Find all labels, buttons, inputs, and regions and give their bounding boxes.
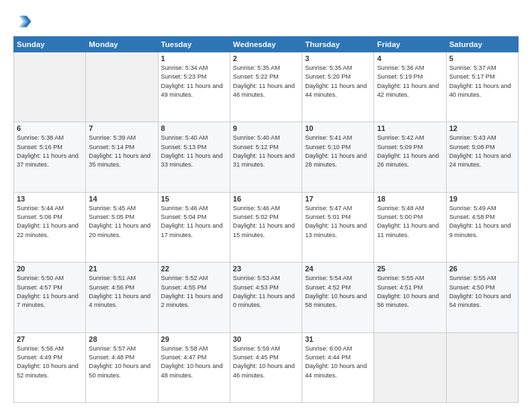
calendar-cell: 19Sunrise: 5:49 AMSunset: 4:58 PMDayligh… (446, 192, 518, 262)
day-number: 14 (89, 195, 154, 203)
weekday-header: Friday (374, 37, 446, 52)
calendar-cell (374, 332, 446, 402)
calendar-cell: 27Sunrise: 5:56 AMSunset: 4:49 PMDayligh… (14, 332, 86, 402)
day-number: 10 (305, 124, 371, 132)
cell-content: Sunrise: 5:56 AMSunset: 4:49 PMDaylight:… (17, 345, 83, 380)
weekday-header: Monday (86, 37, 158, 52)
calendar-cell: 9Sunrise: 5:40 AMSunset: 5:12 PMDaylight… (230, 122, 302, 192)
calendar-cell: 31Sunrise: 6:00 AMSunset: 4:44 PMDayligh… (302, 332, 374, 402)
cell-content: Sunrise: 5:37 AMSunset: 5:17 PMDaylight:… (449, 64, 515, 99)
calendar-row: 13Sunrise: 5:44 AMSunset: 5:06 PMDayligh… (14, 192, 519, 262)
calendar-cell (446, 332, 518, 402)
cell-content: Sunrise: 5:35 AMSunset: 5:20 PMDaylight:… (305, 64, 371, 99)
logo (13, 12, 36, 31)
calendar-cell: 1Sunrise: 5:34 AMSunset: 5:23 PMDaylight… (158, 52, 230, 122)
calendar-cell: 10Sunrise: 5:41 AMSunset: 5:10 PMDayligh… (302, 122, 374, 192)
calendar-cell: 2Sunrise: 5:35 AMSunset: 5:22 PMDaylight… (230, 52, 302, 122)
calendar-cell: 26Sunrise: 5:55 AMSunset: 4:50 PMDayligh… (446, 263, 518, 332)
calendar-cell: 20Sunrise: 5:50 AMSunset: 4:57 PMDayligh… (14, 263, 86, 332)
day-number: 3 (305, 54, 371, 62)
cell-content: Sunrise: 5:59 AMSunset: 4:45 PMDaylight:… (233, 345, 299, 380)
day-number: 23 (233, 265, 299, 273)
day-number: 17 (305, 195, 371, 203)
cell-content: Sunrise: 5:58 AMSunset: 4:47 PMDaylight:… (161, 345, 227, 380)
cell-content: Sunrise: 6:00 AMSunset: 4:44 PMDaylight:… (305, 345, 371, 380)
calendar-row: 1Sunrise: 5:34 AMSunset: 5:23 PMDaylight… (14, 52, 519, 122)
day-number: 5 (449, 54, 515, 62)
day-number: 26 (449, 265, 515, 273)
cell-content: Sunrise: 5:46 AMSunset: 5:02 PMDaylight:… (233, 204, 299, 240)
calendar-cell: 24Sunrise: 5:54 AMSunset: 4:52 PMDayligh… (302, 263, 374, 332)
day-number: 12 (449, 124, 515, 132)
cell-content: Sunrise: 5:52 AMSunset: 4:55 PMDaylight:… (161, 274, 227, 310)
day-number: 8 (161, 124, 227, 132)
calendar-row: 6Sunrise: 5:38 AMSunset: 5:16 PMDaylight… (14, 122, 519, 192)
day-number: 9 (233, 124, 299, 132)
cell-content: Sunrise: 5:39 AMSunset: 5:14 PMDaylight:… (89, 134, 154, 169)
cell-content: Sunrise: 5:55 AMSunset: 4:51 PMDaylight:… (377, 274, 443, 310)
calendar-table: SundayMondayTuesdayWednesdayThursdayFrid… (13, 36, 519, 403)
calendar-cell: 14Sunrise: 5:45 AMSunset: 5:05 PMDayligh… (86, 192, 158, 262)
calendar-cell: 17Sunrise: 5:47 AMSunset: 5:01 PMDayligh… (302, 192, 374, 262)
cell-content: Sunrise: 5:38 AMSunset: 5:16 PMDaylight:… (17, 134, 83, 169)
weekday-header: Wednesday (230, 37, 302, 52)
day-number: 2 (233, 54, 299, 62)
weekday-header: Thursday (302, 37, 374, 52)
header (13, 12, 519, 31)
calendar-cell: 29Sunrise: 5:58 AMSunset: 4:47 PMDayligh… (158, 332, 230, 402)
calendar-cell: 4Sunrise: 5:36 AMSunset: 5:19 PMDaylight… (374, 52, 446, 122)
calendar-row: 20Sunrise: 5:50 AMSunset: 4:57 PMDayligh… (14, 263, 519, 332)
cell-content: Sunrise: 5:41 AMSunset: 5:10 PMDaylight:… (305, 134, 371, 169)
day-number: 16 (233, 195, 299, 203)
day-number: 31 (305, 335, 371, 343)
calendar-cell: 11Sunrise: 5:42 AMSunset: 5:09 PMDayligh… (374, 122, 446, 192)
cell-content: Sunrise: 5:45 AMSunset: 5:05 PMDaylight:… (89, 204, 154, 240)
calendar-cell: 8Sunrise: 5:40 AMSunset: 5:13 PMDaylight… (158, 122, 230, 192)
cell-content: Sunrise: 5:42 AMSunset: 5:09 PMDaylight:… (377, 134, 443, 169)
calendar-cell: 23Sunrise: 5:53 AMSunset: 4:53 PMDayligh… (230, 263, 302, 332)
calendar-cell (14, 52, 86, 122)
day-number: 21 (89, 265, 154, 273)
day-number: 6 (17, 124, 83, 132)
cell-content: Sunrise: 5:36 AMSunset: 5:19 PMDaylight:… (377, 64, 443, 99)
day-number: 27 (17, 335, 83, 343)
cell-content: Sunrise: 5:40 AMSunset: 5:13 PMDaylight:… (161, 134, 227, 169)
day-number: 30 (233, 335, 299, 343)
day-number: 11 (377, 124, 443, 132)
calendar-cell: 22Sunrise: 5:52 AMSunset: 4:55 PMDayligh… (158, 263, 230, 332)
day-number: 29 (161, 335, 227, 343)
logo-icon (13, 12, 32, 31)
cell-content: Sunrise: 5:35 AMSunset: 5:22 PMDaylight:… (233, 64, 299, 99)
calendar-cell: 21Sunrise: 5:51 AMSunset: 4:56 PMDayligh… (86, 263, 158, 332)
cell-content: Sunrise: 5:40 AMSunset: 5:12 PMDaylight:… (233, 134, 299, 169)
cell-content: Sunrise: 5:44 AMSunset: 5:06 PMDaylight:… (17, 204, 83, 240)
cell-content: Sunrise: 5:53 AMSunset: 4:53 PMDaylight:… (233, 274, 299, 310)
cell-content: Sunrise: 5:46 AMSunset: 5:04 PMDaylight:… (161, 204, 227, 240)
calendar-cell: 12Sunrise: 5:43 AMSunset: 5:08 PMDayligh… (446, 122, 518, 192)
weekday-header-row: SundayMondayTuesdayWednesdayThursdayFrid… (14, 37, 519, 52)
page: SundayMondayTuesdayWednesdayThursdayFrid… (0, 0, 532, 411)
day-number: 28 (89, 335, 154, 343)
cell-content: Sunrise: 5:55 AMSunset: 4:50 PMDaylight:… (449, 274, 515, 310)
calendar-cell: 6Sunrise: 5:38 AMSunset: 5:16 PMDaylight… (14, 122, 86, 192)
calendar-cell: 15Sunrise: 5:46 AMSunset: 5:04 PMDayligh… (158, 192, 230, 262)
calendar-cell: 28Sunrise: 5:57 AMSunset: 4:48 PMDayligh… (86, 332, 158, 402)
day-number: 1 (161, 54, 227, 62)
cell-content: Sunrise: 5:47 AMSunset: 5:01 PMDaylight:… (305, 204, 371, 240)
weekday-header: Saturday (446, 37, 518, 52)
calendar-cell: 7Sunrise: 5:39 AMSunset: 5:14 PMDaylight… (86, 122, 158, 192)
day-number: 25 (377, 265, 443, 273)
day-number: 13 (17, 195, 83, 203)
cell-content: Sunrise: 5:57 AMSunset: 4:48 PMDaylight:… (89, 345, 154, 380)
calendar-cell: 30Sunrise: 5:59 AMSunset: 4:45 PMDayligh… (230, 332, 302, 402)
calendar-cell: 3Sunrise: 5:35 AMSunset: 5:20 PMDaylight… (302, 52, 374, 122)
weekday-header: Sunday (14, 37, 86, 52)
calendar-cell: 18Sunrise: 5:48 AMSunset: 5:00 PMDayligh… (374, 192, 446, 262)
day-number: 22 (161, 265, 227, 273)
calendar-cell: 13Sunrise: 5:44 AMSunset: 5:06 PMDayligh… (14, 192, 86, 262)
calendar-row: 27Sunrise: 5:56 AMSunset: 4:49 PMDayligh… (14, 332, 519, 402)
weekday-header: Tuesday (158, 37, 230, 52)
cell-content: Sunrise: 5:34 AMSunset: 5:23 PMDaylight:… (161, 64, 227, 99)
cell-content: Sunrise: 5:50 AMSunset: 4:57 PMDaylight:… (17, 274, 83, 310)
calendar-cell: 25Sunrise: 5:55 AMSunset: 4:51 PMDayligh… (374, 263, 446, 332)
